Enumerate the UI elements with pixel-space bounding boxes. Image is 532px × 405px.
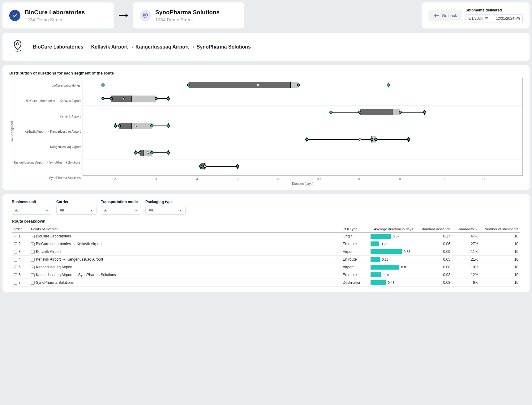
chevron-down-icon: ▼: [135, 209, 138, 212]
boxplot-row: [83, 146, 522, 160]
y-tick-label: Kangerlussuaq Airport: [14, 140, 81, 154]
destination-card: SynoPharma Solutions 1234 Demo Street: [133, 2, 244, 28]
arrow-left-icon: [434, 14, 439, 17]
filter-bu-select[interactable]: All▼: [12, 206, 52, 215]
x-axis-label: Duration (days): [83, 182, 523, 185]
collapse-icon[interactable]: −: [14, 273, 17, 277]
avg-bar: [371, 249, 402, 254]
collapse-icon[interactable]: −: [31, 235, 35, 238]
chart-card: Distribution of durations for each segme…: [2, 65, 530, 190]
date-from-input[interactable]: 9/1/2024: [466, 14, 491, 23]
table-row: −3−Keflavík AirportAirport0.880.0911%10: [12, 248, 520, 256]
avg-bar: [371, 280, 386, 285]
collapse-icon[interactable]: −: [14, 281, 17, 285]
table-row: −2−BioCure Laboratories → Keflavík Airpo…: [12, 240, 520, 248]
boxplot-row: [83, 92, 522, 105]
collapse-icon[interactable]: −: [14, 250, 17, 254]
filter-pack-label: Packaging type: [145, 200, 186, 204]
boxplot-row: [83, 133, 522, 146]
x-tick-label: 0.7: [298, 177, 340, 181]
y-tick-labels: BioCure LaboratoriesBioCure Laboratories…: [14, 78, 83, 185]
x-tick-label: 1.1: [463, 177, 504, 181]
chevron-down-icon: ▼: [45, 209, 49, 212]
svg-rect-4: [485, 18, 488, 20]
x-tick-label: 0.5: [216, 177, 257, 181]
table-row: −1−BioCure LaboratoriesOrigin0.570.2747%…: [12, 232, 520, 240]
x-tick-label: 1.0: [422, 177, 463, 181]
th-ship: Number of shipments: [480, 226, 520, 232]
x-tick-labels: 0.20.30.40.50.60.70.80.91.01.1: [93, 176, 504, 181]
shipments-delivered-label: Shipments delivered: [466, 8, 523, 12]
y-tick-label: SynoPharma Solutions: [14, 171, 81, 185]
route-breakdown-title: Route breakdown: [12, 219, 520, 224]
check-icon: [9, 10, 20, 21]
filter-mode-label: Transportation mode: [101, 200, 141, 204]
pin-icon: [140, 10, 151, 21]
boxplot-row: [83, 105, 522, 119]
filter-carrier-label: Carrier: [56, 200, 97, 204]
collapse-icon[interactable]: −: [31, 273, 35, 277]
calendar-icon: [485, 17, 488, 20]
collapse-icon[interactable]: −: [14, 258, 17, 262]
avg-bar: [371, 257, 380, 262]
chevron-down-icon: ▼: [90, 209, 93, 212]
avg-bar: [371, 241, 379, 246]
avg-bar: [371, 234, 391, 239]
x-tick-label: 0.2: [93, 177, 134, 181]
avg-bar: [371, 272, 381, 277]
svg-point-12: [16, 43, 19, 45]
svg-marker-1: [126, 14, 128, 17]
th-order: order: [12, 226, 29, 232]
x-tick-label: 0.4: [175, 177, 217, 181]
collapse-icon[interactable]: −: [31, 281, 35, 285]
x-tick-label: 0.6: [257, 177, 298, 181]
go-back-button[interactable]: Go back: [428, 10, 462, 21]
y-tick-label: BioCure Laboratories → Keflavík Airport: [14, 94, 81, 108]
chevron-down-icon: ▼: [179, 209, 182, 212]
collapse-icon[interactable]: −: [31, 258, 35, 262]
y-tick-label: BioCure Laboratories: [14, 79, 81, 92]
route-breakdown-table: order Points of Interest POI Type Averag…: [12, 226, 520, 287]
x-tick-label: 0.9: [381, 177, 422, 181]
y-tick-label: Kangerlussuaq Airport → SynoPharma Solut…: [14, 156, 81, 169]
y-tick-label: Keflavík Airport → Kangerlussuaq Airport: [14, 125, 81, 139]
collapse-icon[interactable]: −: [31, 242, 35, 246]
x-tick-label: 0.3: [134, 177, 175, 181]
th-avg: Average duration in days: [369, 226, 415, 232]
boxplot-region: [83, 78, 523, 176]
route-path-text: BioCure Laboratories → Keflavík Airport …: [33, 44, 251, 50]
th-var: Variability %: [452, 226, 480, 232]
filter-carrier-select[interactable]: All▼: [56, 206, 97, 215]
th-std: Standard deviation: [415, 226, 452, 232]
svg-rect-8: [517, 18, 520, 20]
destination-name: SynoPharma Solutions: [155, 9, 220, 16]
filter-pack-select[interactable]: All▼: [145, 206, 186, 215]
boxplot-row: [83, 119, 522, 133]
route-pin-icon: [12, 40, 24, 54]
collapse-icon[interactable]: −: [14, 235, 17, 238]
table-row: −6−Kangerlussuaq Airport → SynoPharma So…: [12, 271, 520, 279]
calendar-icon: [516, 17, 520, 20]
svg-point-2: [145, 14, 146, 16]
collapse-icon[interactable]: −: [31, 266, 35, 269]
breakdown-card: Business unit All▼ Carrier All▼ Transpor…: [2, 194, 530, 292]
avg-bar: [371, 265, 399, 270]
filter-mode-select[interactable]: All▼: [101, 206, 141, 215]
collapse-icon[interactable]: −: [14, 266, 17, 269]
origin-address: 1234 Demo Street: [25, 17, 85, 22]
x-tick-label: 0.8: [340, 177, 381, 181]
go-back-label: Go back: [442, 13, 457, 18]
table-row: −5−Kangerlussuaq AirportAirport0.810.081…: [12, 263, 520, 271]
date-to-input[interactable]: 12/31/2024: [493, 14, 523, 23]
y-tick-label: Keflavík Airport: [14, 109, 81, 123]
collapse-icon[interactable]: −: [31, 250, 35, 254]
collapse-icon[interactable]: −: [14, 242, 17, 246]
destination-address: 1234 Demo Street: [155, 17, 220, 22]
table-row: −7−SynoPharma SolutionsDestination0.430.…: [12, 279, 520, 287]
th-type: POI Type: [341, 226, 369, 232]
y-axis-label: Route segment: [9, 121, 14, 142]
th-poi: Points of Interest: [29, 226, 341, 232]
origin-card: BioCure Laboratories 1234 Demo Street: [2, 2, 114, 28]
controls-card: Go back Shipments delivered 9/1/2024 12/…: [422, 2, 530, 28]
boxplot-row: [83, 78, 522, 92]
